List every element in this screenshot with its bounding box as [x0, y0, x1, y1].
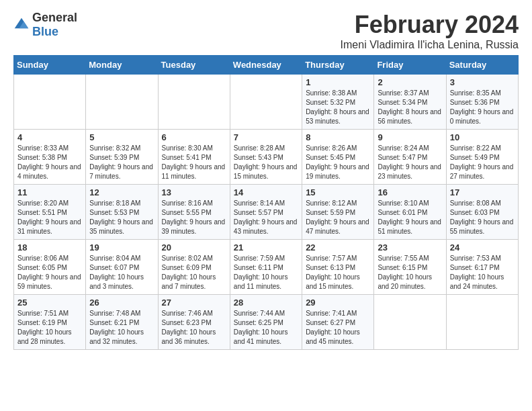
day-number: 29: [306, 298, 370, 308]
day-number: 26: [89, 298, 154, 308]
day-info: Sunrise: 8:30 AM Sunset: 5:41 PM Dayligh…: [162, 144, 226, 181]
day-info: Sunrise: 7:46 AM Sunset: 6:23 PM Dayligh…: [162, 309, 226, 347]
calendar-cell: 18Sunrise: 8:06 AM Sunset: 6:05 PM Dayli…: [14, 240, 86, 295]
calendar-cell: 23Sunrise: 7:55 AM Sunset: 6:15 PM Dayli…: [374, 240, 446, 295]
calendar-body: 1Sunrise: 8:38 AM Sunset: 5:32 PM Daylig…: [14, 75, 519, 350]
calendar-week-3: 11Sunrise: 8:20 AM Sunset: 5:51 PM Dayli…: [14, 185, 519, 240]
day-number: 11: [17, 187, 82, 197]
day-number: 21: [234, 242, 298, 253]
day-info: Sunrise: 7:55 AM Sunset: 6:15 PM Dayligh…: [378, 254, 442, 291]
day-info: Sunrise: 8:02 AM Sunset: 6:09 PM Dayligh…: [162, 254, 226, 291]
day-info: Sunrise: 8:37 AM Sunset: 5:34 PM Dayligh…: [378, 89, 442, 126]
day-number: 12: [89, 187, 154, 197]
calendar-cell: 24Sunrise: 7:53 AM Sunset: 6:17 PM Dayli…: [446, 240, 518, 295]
calendar-cell: 27Sunrise: 7:46 AM Sunset: 6:23 PM Dayli…: [158, 295, 230, 350]
calendar-cell: 20Sunrise: 8:02 AM Sunset: 6:09 PM Dayli…: [158, 240, 230, 295]
calendar-cell: [446, 295, 518, 350]
day-info: Sunrise: 7:59 AM Sunset: 6:11 PM Dayligh…: [234, 254, 298, 291]
calendar-week-2: 4Sunrise: 8:33 AM Sunset: 5:38 PM Daylig…: [14, 130, 519, 185]
day-info: Sunrise: 8:16 AM Sunset: 5:55 PM Dayligh…: [162, 199, 226, 236]
day-number: 14: [234, 187, 298, 197]
day-number: 10: [450, 132, 515, 142]
calendar-cell: 4Sunrise: 8:33 AM Sunset: 5:38 PM Daylig…: [14, 130, 86, 185]
calendar-cell: 9Sunrise: 8:24 AM Sunset: 5:47 PM Daylig…: [374, 130, 446, 185]
main-title: February 2024: [341, 11, 519, 39]
calendar-cell: 10Sunrise: 8:22 AM Sunset: 5:49 PM Dayli…: [446, 130, 518, 185]
day-number: 9: [378, 132, 442, 142]
day-info: Sunrise: 8:04 AM Sunset: 6:07 PM Dayligh…: [89, 254, 154, 291]
calendar-cell: 5Sunrise: 8:32 AM Sunset: 5:39 PM Daylig…: [86, 130, 158, 185]
calendar-cell: 22Sunrise: 7:57 AM Sunset: 6:13 PM Dayli…: [302, 240, 374, 295]
calendar-cell: 12Sunrise: 8:18 AM Sunset: 5:53 PM Dayli…: [86, 185, 158, 240]
day-info: Sunrise: 8:22 AM Sunset: 5:49 PM Dayligh…: [450, 144, 515, 181]
day-number: 6: [162, 132, 226, 142]
day-info: Sunrise: 8:20 AM Sunset: 5:51 PM Dayligh…: [17, 199, 82, 236]
day-info: Sunrise: 8:10 AM Sunset: 6:01 PM Dayligh…: [378, 199, 442, 236]
day-number: 23: [378, 242, 442, 253]
day-info: Sunrise: 7:44 AM Sunset: 6:25 PM Dayligh…: [234, 309, 298, 347]
day-info: Sunrise: 8:35 AM Sunset: 5:36 PM Dayligh…: [450, 89, 515, 126]
calendar-cell: 2Sunrise: 8:37 AM Sunset: 5:34 PM Daylig…: [374, 75, 446, 130]
calendar-cell: 7Sunrise: 8:28 AM Sunset: 5:43 PM Daylig…: [230, 130, 302, 185]
weekday-header-sunday: Sunday: [14, 56, 86, 75]
calendar-cell: 28Sunrise: 7:44 AM Sunset: 6:25 PM Dayli…: [230, 295, 302, 350]
day-number: 16: [378, 187, 442, 197]
day-info: Sunrise: 8:28 AM Sunset: 5:43 PM Dayligh…: [234, 144, 298, 181]
weekday-header-row: SundayMondayTuesdayWednesdayThursdayFrid…: [14, 56, 519, 75]
day-number: 13: [162, 187, 226, 197]
day-info: Sunrise: 8:08 AM Sunset: 6:03 PM Dayligh…: [450, 199, 515, 236]
day-number: 18: [17, 242, 82, 253]
logo-text: General Blue: [32, 11, 77, 39]
day-number: 24: [450, 242, 515, 253]
day-number: 2: [378, 77, 442, 87]
logo: General Blue: [13, 11, 77, 39]
day-info: Sunrise: 7:51 AM Sunset: 6:19 PM Dayligh…: [17, 309, 82, 347]
calendar-week-4: 18Sunrise: 8:06 AM Sunset: 6:05 PM Dayli…: [14, 240, 519, 295]
calendar-header: SundayMondayTuesdayWednesdayThursdayFrid…: [14, 56, 519, 75]
day-info: Sunrise: 7:41 AM Sunset: 6:27 PM Dayligh…: [306, 309, 370, 347]
calendar-cell: 19Sunrise: 8:04 AM Sunset: 6:07 PM Dayli…: [86, 240, 158, 295]
calendar-cell: 21Sunrise: 7:59 AM Sunset: 6:11 PM Dayli…: [230, 240, 302, 295]
weekday-header-tuesday: Tuesday: [158, 56, 230, 75]
day-info: Sunrise: 8:38 AM Sunset: 5:32 PM Dayligh…: [306, 89, 370, 126]
logo-icon: [13, 17, 30, 33]
calendar-cell: [86, 75, 158, 130]
calendar-cell: [158, 75, 230, 130]
calendar-cell: 11Sunrise: 8:20 AM Sunset: 5:51 PM Dayli…: [14, 185, 86, 240]
day-info: Sunrise: 7:53 AM Sunset: 6:17 PM Dayligh…: [450, 254, 515, 291]
day-info: Sunrise: 8:12 AM Sunset: 5:59 PM Dayligh…: [306, 199, 370, 236]
day-info: Sunrise: 8:26 AM Sunset: 5:45 PM Dayligh…: [306, 144, 370, 181]
day-info: Sunrise: 8:14 AM Sunset: 5:57 PM Dayligh…: [234, 199, 298, 236]
day-info: Sunrise: 8:06 AM Sunset: 6:05 PM Dayligh…: [17, 254, 82, 291]
calendar-cell: 8Sunrise: 8:26 AM Sunset: 5:45 PM Daylig…: [302, 130, 374, 185]
calendar-table: SundayMondayTuesdayWednesdayThursdayFrid…: [13, 55, 519, 350]
weekday-header-friday: Friday: [374, 56, 446, 75]
calendar-cell: 3Sunrise: 8:35 AM Sunset: 5:36 PM Daylig…: [446, 75, 518, 130]
calendar-cell: 14Sunrise: 8:14 AM Sunset: 5:57 PM Dayli…: [230, 185, 302, 240]
day-info: Sunrise: 7:48 AM Sunset: 6:21 PM Dayligh…: [89, 309, 154, 347]
day-number: 4: [17, 132, 82, 142]
title-area: February 2024 Imeni Vladimira Il'icha Le…: [341, 11, 519, 51]
calendar-cell: 13Sunrise: 8:16 AM Sunset: 5:55 PM Dayli…: [158, 185, 230, 240]
calendar-cell: 25Sunrise: 7:51 AM Sunset: 6:19 PM Dayli…: [14, 295, 86, 350]
day-number: 7: [234, 132, 298, 142]
day-number: 1: [306, 77, 370, 87]
calendar-cell: 29Sunrise: 7:41 AM Sunset: 6:27 PM Dayli…: [302, 295, 374, 350]
day-number: 22: [306, 242, 370, 253]
calendar-cell: 26Sunrise: 7:48 AM Sunset: 6:21 PM Dayli…: [86, 295, 158, 350]
weekday-header-monday: Monday: [86, 56, 158, 75]
calendar-cell: 17Sunrise: 8:08 AM Sunset: 6:03 PM Dayli…: [446, 185, 518, 240]
day-number: 15: [306, 187, 370, 197]
calendar-cell: [374, 295, 446, 350]
day-number: 27: [162, 298, 226, 308]
calendar-week-1: 1Sunrise: 8:38 AM Sunset: 5:32 PM Daylig…: [14, 75, 519, 130]
day-info: Sunrise: 8:24 AM Sunset: 5:47 PM Dayligh…: [378, 144, 442, 181]
calendar-cell: 1Sunrise: 8:38 AM Sunset: 5:32 PM Daylig…: [302, 75, 374, 130]
header: General Blue February 2024 Imeni Vladimi…: [13, 11, 519, 51]
day-info: Sunrise: 8:18 AM Sunset: 5:53 PM Dayligh…: [89, 199, 154, 236]
day-number: 20: [162, 242, 226, 253]
weekday-header-wednesday: Wednesday: [230, 56, 302, 75]
day-info: Sunrise: 8:32 AM Sunset: 5:39 PM Dayligh…: [89, 144, 154, 181]
weekday-header-thursday: Thursday: [302, 56, 374, 75]
day-number: 17: [450, 187, 515, 197]
